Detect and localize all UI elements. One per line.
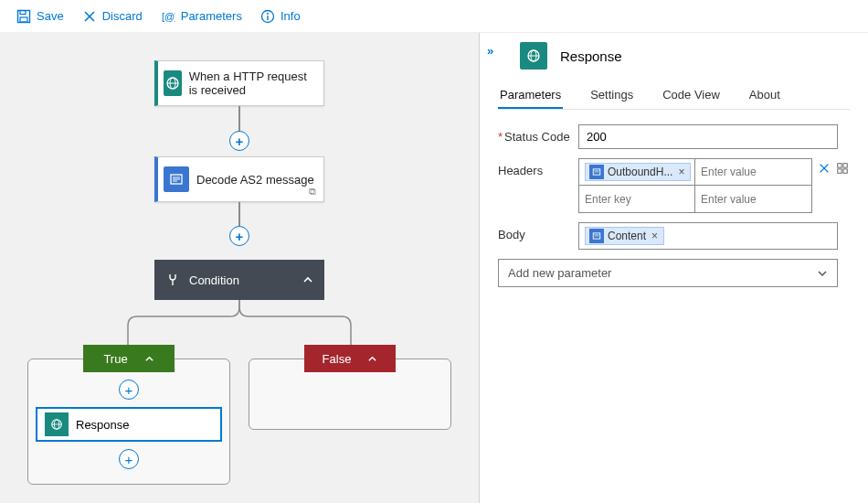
- false-branch[interactable]: False: [249, 359, 451, 430]
- add-step-button[interactable]: +: [119, 380, 139, 400]
- text-mode-icon[interactable]: [836, 162, 849, 175]
- body-input[interactable]: Content ×: [578, 222, 838, 250]
- parameters-button[interactable]: [@] Parameters: [153, 5, 249, 27]
- parameters-icon: [@]: [161, 9, 175, 24]
- header-value-cell[interactable]: Enter value: [695, 158, 812, 186]
- chevron-up-icon: [144, 354, 154, 364]
- discard-label: Discard: [102, 9, 143, 23]
- svg-rect-2: [20, 17, 27, 22]
- info-label: Info: [281, 9, 301, 23]
- true-branch[interactable]: True + Response +: [27, 359, 230, 485]
- outbound-headers-token[interactable]: OutboundH... ×: [585, 163, 691, 181]
- discard-icon: [82, 9, 97, 24]
- response-label: Response: [76, 418, 130, 432]
- tab-codeview[interactable]: Code View: [661, 82, 722, 109]
- save-label: Save: [37, 9, 64, 23]
- header-key-cell[interactable]: OutboundH... ×: [578, 158, 695, 186]
- true-label: True: [103, 352, 127, 366]
- svg-text:[@]: [@]: [162, 11, 175, 22]
- add-step-button[interactable]: +: [229, 131, 249, 151]
- add-step-button[interactable]: +: [119, 449, 139, 469]
- panel-icon: [520, 42, 547, 70]
- tab-about[interactable]: About: [747, 82, 782, 109]
- false-header[interactable]: False: [304, 345, 396, 372]
- panel-tabs: Parameters Settings Code View About: [498, 82, 850, 110]
- headers-grid: OutboundH... × Enter value Enter key Ent…: [578, 158, 812, 213]
- save-button[interactable]: Save: [9, 5, 71, 27]
- token-icon: [589, 165, 604, 179]
- true-header[interactable]: True: [83, 345, 175, 372]
- svg-rect-30: [838, 169, 842, 173]
- add-step-button[interactable]: +: [229, 226, 249, 246]
- body-label: Body: [498, 222, 578, 241]
- http-icon: [164, 70, 182, 96]
- collapse-icon[interactable]: »: [487, 44, 493, 58]
- tab-parameters[interactable]: Parameters: [498, 82, 563, 109]
- svg-point-7: [267, 13, 269, 15]
- parameters-label: Parameters: [181, 9, 242, 23]
- save-icon: [16, 9, 31, 24]
- status-code-label: *Status Code: [498, 124, 578, 144]
- properties-panel: » Response Parameters Settings Code View…: [479, 33, 868, 503]
- as2-icon: [164, 166, 189, 192]
- status-code-input[interactable]: [578, 124, 838, 149]
- workflow-canvas[interactable]: When a HTTP request is received + Decode…: [0, 33, 479, 503]
- svg-rect-28: [838, 164, 842, 167]
- svg-rect-31: [843, 169, 847, 173]
- chevron-down-icon: [817, 268, 828, 279]
- content-token[interactable]: Content ×: [585, 227, 664, 245]
- token-icon: [589, 229, 604, 243]
- discard-button[interactable]: Discard: [75, 5, 150, 27]
- svg-rect-8: [267, 16, 268, 20]
- chevron-up-icon: [367, 354, 377, 364]
- toolbar: Save Discard [@] Parameters Info: [0, 0, 868, 33]
- condition-icon: [165, 273, 180, 287]
- header-value-cell[interactable]: Enter value: [695, 186, 812, 213]
- info-icon: [260, 9, 275, 24]
- condition-node[interactable]: Condition: [154, 260, 324, 300]
- header-key-cell[interactable]: Enter key: [578, 186, 695, 213]
- remove-token-icon[interactable]: ×: [650, 230, 660, 242]
- trigger-label: When a HTTP request is received: [187, 66, 323, 101]
- trigger-node[interactable]: When a HTTP request is received: [154, 60, 324, 106]
- decode-node[interactable]: Decode AS2 message ⧉: [154, 156, 324, 202]
- tab-settings[interactable]: Settings: [588, 82, 635, 109]
- info-button[interactable]: Info: [253, 5, 308, 27]
- headers-label: Headers: [498, 158, 578, 177]
- panel-title: Response: [560, 48, 622, 64]
- response-node[interactable]: Response: [36, 407, 222, 442]
- response-icon: [45, 412, 69, 436]
- link-icon: ⧉: [309, 186, 316, 198]
- false-label: False: [323, 352, 352, 366]
- add-parameter-dropdown[interactable]: Add new parameter: [498, 259, 838, 287]
- svg-rect-29: [843, 164, 847, 167]
- decode-label: Decode AS2 message: [195, 169, 323, 190]
- remove-token-icon[interactable]: ×: [676, 166, 686, 178]
- clear-header-icon[interactable]: [818, 162, 831, 175]
- condition-label: Condition: [189, 273, 239, 287]
- chevron-up-icon: [302, 274, 313, 285]
